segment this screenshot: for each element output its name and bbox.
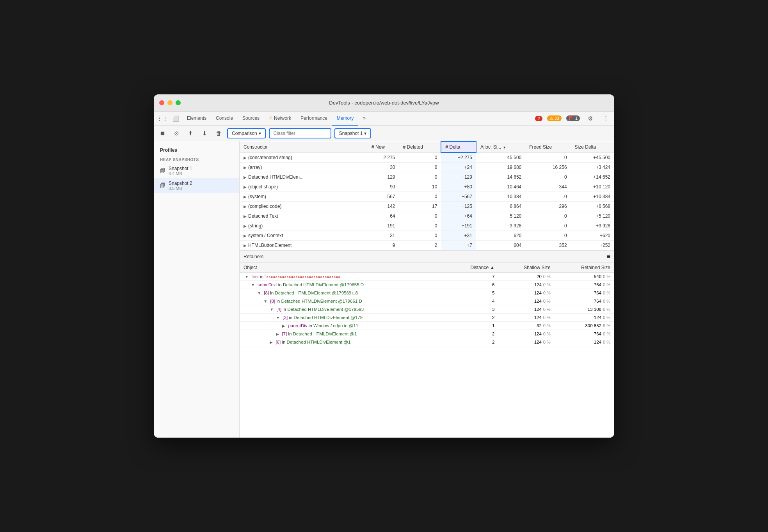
table-row[interactable]: ▶(system) 567 0 +567 10 384 0 +10 384 xyxy=(240,192,614,202)
retainer-shallow-cell: 1240 % xyxy=(498,305,554,314)
retainer-expand-icon[interactable]: ▶ xyxy=(282,324,285,328)
expand-icon[interactable]: ▶ xyxy=(244,165,247,170)
maximize-button[interactable] xyxy=(176,100,181,105)
settings-button[interactable]: ⚙ xyxy=(585,113,596,124)
retainer-col-shallow[interactable]: Shallow Size xyxy=(498,263,554,273)
tab-memory[interactable]: Memory xyxy=(332,112,358,126)
retainer-object-cell: ▼ someText in Detached HTMLDivElement @1… xyxy=(240,281,447,289)
constructor-cell: ▶Detached HTMLDivElem... xyxy=(240,172,368,182)
close-button[interactable] xyxy=(159,100,164,105)
expand-icon[interactable]: ▶ xyxy=(244,204,247,209)
expand-icon[interactable]: ▶ xyxy=(244,156,247,160)
retainer-suffix: Window / cdpn.io @11 xyxy=(313,323,358,328)
col-size-delta[interactable]: Size Delta xyxy=(571,142,614,153)
upload-button[interactable]: ⬆ xyxy=(185,128,196,139)
size-delta-cell: +6 568 xyxy=(571,202,614,211)
tab-bar-icons: ⋮⋮ ⬜ xyxy=(157,115,179,122)
retainer-row[interactable]: ▶ parentDiv in Window / cdpn.io @11 1 32… xyxy=(240,322,614,330)
retainer-expand-icon[interactable]: ▼ xyxy=(257,291,261,295)
col-alloc-size[interactable]: Alloc. Si... ▾ xyxy=(476,142,525,153)
retainer-expand-icon[interactable]: ▶ xyxy=(276,332,279,336)
tab-network[interactable]: ⚠ Network xyxy=(264,112,296,126)
retainer-expand-icon[interactable]: ▼ xyxy=(251,283,255,287)
more-options-button[interactable]: ⋮ xyxy=(600,113,611,124)
retainer-row[interactable]: ▼ [4] in Detached HTMLDivElement @179593… xyxy=(240,305,614,314)
retainer-col-retained[interactable]: Retained Size xyxy=(555,263,614,273)
alloc-size-cell: 10 464 xyxy=(476,182,525,192)
retainer-row[interactable]: ▶ [7] in Detached HTMLDivElement @1 2 12… xyxy=(240,330,614,338)
retainer-col-distance[interactable]: Distance ▲ xyxy=(447,263,498,273)
tab-performance[interactable]: Performance xyxy=(296,112,332,126)
sidebar-item-snapshot1[interactable]: 🗐 Snapshot 1 3.4 MB xyxy=(154,163,239,178)
snapshot-dropdown[interactable]: Snapshot 1 ▾ xyxy=(334,128,372,138)
retainer-object-cell: ▶ [7] in Detached HTMLDivElement @1 xyxy=(240,330,447,338)
download-button[interactable]: ⬇ xyxy=(199,128,210,139)
freed-size-cell: 0 xyxy=(525,192,571,202)
class-filter-input[interactable] xyxy=(269,128,331,138)
retainer-expand-icon[interactable]: ▼ xyxy=(245,275,249,279)
retainer-row[interactable]: ▼ [8] in Detached HTMLDivElement @179661… xyxy=(240,297,614,305)
expand-icon[interactable]: ▶ xyxy=(244,175,247,179)
expand-icon[interactable]: ▶ xyxy=(244,185,247,189)
comparison-table: Constructor # New # Deleted # Delta xyxy=(240,141,614,251)
retainer-row[interactable]: ▼ someText in Detached HTMLDivElement @1… xyxy=(240,281,614,289)
inspect-icon[interactable]: ⬜ xyxy=(172,115,179,122)
tab-console[interactable]: Console xyxy=(211,112,238,126)
col-constructor[interactable]: Constructor xyxy=(240,142,368,153)
delta-cell: +80 xyxy=(441,182,476,192)
table-row[interactable]: ▶(concatenated string) 2 275 0 +2 275 45… xyxy=(240,153,614,163)
table-row[interactable]: ▶HTMLButtonElement 9 2 +7 604 352 +252 xyxy=(240,241,614,250)
data-table: Constructor # New # Deleted # Delta xyxy=(240,141,614,250)
retainer-expand-icon[interactable]: ▼ xyxy=(263,299,267,303)
expand-icon[interactable]: ▶ xyxy=(244,214,247,218)
minimize-button[interactable] xyxy=(167,100,172,105)
warning-badge: ⚠ 33 xyxy=(547,115,562,121)
expand-icon[interactable]: ▶ xyxy=(244,243,247,248)
table-row[interactable]: ▶(compiled code) 142 17 +125 6 864 296 +… xyxy=(240,202,614,211)
tab-sources[interactable]: Sources xyxy=(238,112,264,126)
size-delta-cell: +252 xyxy=(571,241,614,250)
retainer-retained-cell: 5400 % xyxy=(555,273,614,281)
stop-button[interactable]: ⊘ xyxy=(171,128,182,139)
tab-more[interactable]: » xyxy=(358,112,370,126)
retainer-expand-icon[interactable]: ▼ xyxy=(270,307,274,312)
col-freed-size[interactable]: Freed Size xyxy=(525,142,571,153)
dropdown-arrow-icon: ▾ xyxy=(259,131,261,136)
deleted-cell: 6 xyxy=(399,163,441,172)
retainer-prefix: someText xyxy=(258,282,277,287)
new-cell: 9 xyxy=(368,241,399,250)
retainer-middle: in xyxy=(276,299,281,303)
retainer-row[interactable]: ▼ [8] in Detached HTMLDivElement @179589… xyxy=(240,289,614,297)
cursor-icon[interactable]: ⋮⋮ xyxy=(157,115,168,122)
table-row[interactable]: ▶system / Context 31 0 +31 620 0 +620 xyxy=(240,231,614,241)
retainer-expand-icon[interactable]: ▶ xyxy=(270,340,273,344)
retainer-col-object[interactable]: Object xyxy=(240,263,447,273)
tab-elements[interactable]: Elements xyxy=(182,112,211,126)
retainers-menu-icon[interactable]: ≡ xyxy=(607,253,610,260)
table-row[interactable]: ▶Detached HTMLDivElem... 129 0 +129 14 6… xyxy=(240,172,614,182)
table-row[interactable]: ▶(string) 191 0 +191 3 928 0 +3 928 xyxy=(240,221,614,231)
table-row[interactable]: ▶Detached Text 64 0 +64 5 120 0 +5 120 xyxy=(240,211,614,221)
collect-button[interactable]: 🗑 xyxy=(213,128,224,139)
alloc-size-cell: 45 500 xyxy=(476,153,525,163)
table-row[interactable]: ▶(object shape) 90 10 +80 10 464 344 +10… xyxy=(240,182,614,192)
retainer-row[interactable]: ▼ first in "xxxxxxxxxxxxxxxxxxxxxxxxxxxx… xyxy=(240,273,614,281)
comparison-dropdown[interactable]: Comparison ▾ xyxy=(227,128,266,138)
expand-icon[interactable]: ▶ xyxy=(244,224,247,228)
deleted-cell: 2 xyxy=(399,241,441,250)
snapshot-icon-1: 🗐 xyxy=(160,168,165,174)
retainer-row[interactable]: ▶ [6] in Detached HTMLDivElement @1 2 12… xyxy=(240,338,614,346)
col-deleted[interactable]: # Deleted xyxy=(399,142,441,153)
col-new[interactable]: # New xyxy=(368,142,399,153)
retainer-row[interactable]: ▼ [3] in Detached HTMLDivElement @179 2 … xyxy=(240,314,614,322)
retainer-expand-icon[interactable]: ▼ xyxy=(276,316,280,320)
retainer-shallow-cell: 1240 % xyxy=(498,330,554,338)
new-cell: 567 xyxy=(368,192,399,202)
record-button[interactable]: ⏺ xyxy=(157,128,168,139)
expand-icon[interactable]: ▶ xyxy=(244,234,247,238)
col-delta[interactable]: # Delta xyxy=(441,142,476,153)
table-row[interactable]: ▶(array) 30 6 +24 19 680 16 256 +3 424 xyxy=(240,163,614,172)
expand-icon[interactable]: ▶ xyxy=(244,195,247,199)
sidebar-item-snapshot2[interactable]: 🗐 Snapshot 2 3.5 MB xyxy=(154,178,239,193)
retainer-object-cell: ▶ [6] in Detached HTMLDivElement @1 xyxy=(240,338,447,346)
